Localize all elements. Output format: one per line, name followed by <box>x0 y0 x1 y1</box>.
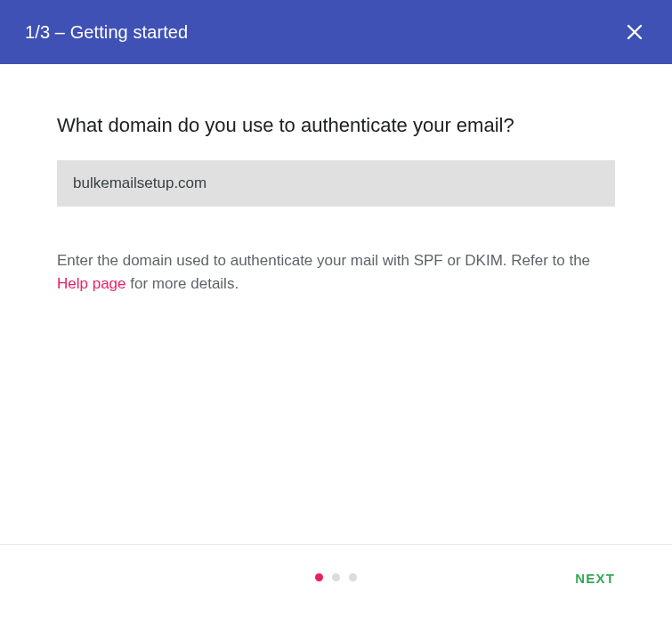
help-page-link[interactable]: Help page <box>57 275 126 292</box>
step-dot-1 <box>315 573 323 581</box>
dialog-content: What domain do you use to authenticate y… <box>0 64 672 296</box>
step-dot-2 <box>332 573 340 581</box>
help-text-prefix: Enter the domain used to authenticate yo… <box>57 252 590 269</box>
dialog-header: 1/3 – Getting started <box>0 0 672 64</box>
next-button[interactable]: NEXT <box>575 570 615 585</box>
step-dot-3 <box>349 573 357 581</box>
domain-input[interactable] <box>57 160 615 207</box>
dialog-title: 1/3 – Getting started <box>25 22 188 43</box>
step-indicator <box>315 573 357 581</box>
question-heading: What domain do you use to authenticate y… <box>57 114 615 137</box>
help-text: Enter the domain used to authenticate yo… <box>57 249 615 296</box>
dialog-footer: NEXT <box>0 544 672 610</box>
close-icon[interactable] <box>619 16 651 48</box>
help-text-suffix: for more details. <box>126 275 239 292</box>
